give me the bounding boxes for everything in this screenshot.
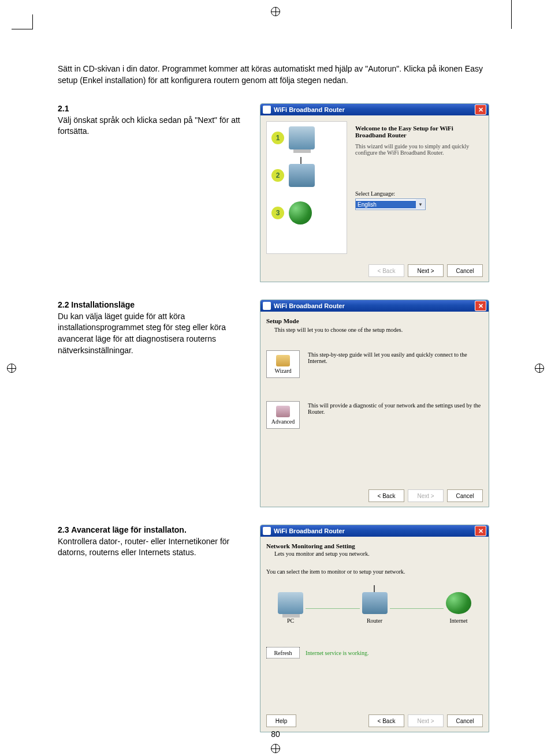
router-icon xyxy=(289,164,315,187)
advanced-label: Advanced xyxy=(271,418,295,425)
language-value: English xyxy=(356,201,416,208)
back-button-2[interactable]: < Back xyxy=(368,489,404,502)
network-monitor-heading: Network Monitoring and Setting xyxy=(266,542,483,549)
router-item[interactable]: Router xyxy=(362,592,388,624)
app-icon xyxy=(263,527,271,535)
window-title-1: WiFi Broadband Router xyxy=(274,106,475,113)
cancel-button-3[interactable]: Cancel xyxy=(447,714,483,727)
language-label: Select Language: xyxy=(355,190,475,197)
internet-item[interactable]: Internet xyxy=(446,592,471,624)
wizard-label: Wizard xyxy=(274,368,291,374)
language-select[interactable]: English ▼ xyxy=(355,199,426,210)
titlebar-1: WiFi Broadband Router ✕ xyxy=(260,104,489,115)
titlebar-3: WiFi Broadband Router ✕ xyxy=(260,525,489,537)
window-title-2: WiFi Broadband Router xyxy=(274,302,475,309)
setup-mode-heading: Setup Mode xyxy=(266,317,299,324)
connection-line-1 xyxy=(306,608,360,609)
wizard-mode-button[interactable]: Wizard xyxy=(266,350,300,378)
pc-icon xyxy=(278,592,303,614)
section-text-1: Välj önskat språk och klicka sedan på "N… xyxy=(58,115,240,136)
chevron-down-icon: ▼ xyxy=(416,200,425,209)
pc-label: PC xyxy=(287,617,294,624)
titlebar-2: WiFi Broadband Router ✕ xyxy=(260,300,489,312)
close-button-1[interactable]: ✕ xyxy=(475,104,486,115)
next-button-2: Next > xyxy=(408,489,444,502)
router-icon xyxy=(362,592,388,614)
section-text-2: Du kan välja läget guide för att köra in… xyxy=(58,312,226,355)
section-title-2: Installationsläge xyxy=(71,300,135,309)
wizard-icon xyxy=(276,355,290,366)
section-number-2: 2.2 xyxy=(58,300,69,309)
status-text: Internet service is working. xyxy=(306,650,368,656)
app-icon xyxy=(263,302,271,310)
next-button-1[interactable]: Next > xyxy=(408,264,444,277)
back-button-1: < Back xyxy=(368,264,404,277)
back-button-3[interactable]: < Back xyxy=(368,714,404,727)
wizard-steps-panel: 1 2 3 xyxy=(266,121,347,254)
registration-mark-left xyxy=(7,364,16,373)
section-text-3: Kontrollera dator-, router- eller Intern… xyxy=(58,537,229,557)
window-2: WiFi Broadband Router ✕ Setup Mode This … xyxy=(260,300,489,507)
page-number: 80 xyxy=(0,729,551,739)
section-title-3: Avancerat läge för installaton. xyxy=(71,525,186,534)
network-monitor-msg: You can select the item to monitor or to… xyxy=(266,568,483,575)
help-button[interactable]: Help xyxy=(266,714,296,727)
cancel-button-1[interactable]: Cancel xyxy=(447,264,483,277)
wizard-welcome-desc: This wizard will guide you to simply and… xyxy=(355,143,475,156)
advanced-desc: This will provide a diagnostic of your n… xyxy=(308,401,483,429)
connection-line-2 xyxy=(390,608,444,609)
step-1-badge: 1 xyxy=(271,132,284,144)
intro-paragraph: Sätt in CD-skivan i din dator. Programme… xyxy=(58,63,491,86)
window-3: WiFi Broadband Router ✕ Network Monitori… xyxy=(260,525,489,732)
section-number-1: 2.1 xyxy=(58,104,69,113)
advanced-mode-button[interactable]: Advanced xyxy=(266,401,300,429)
next-button-3: Next > xyxy=(408,714,444,727)
registration-mark-top xyxy=(271,7,280,16)
globe-icon xyxy=(289,201,312,224)
step-3-badge: 3 xyxy=(271,207,284,219)
registration-mark-right xyxy=(535,364,544,373)
refresh-button[interactable]: Refresh xyxy=(266,647,300,658)
setup-mode-sub: This step will let you to choose one of … xyxy=(274,327,483,333)
window-1: WiFi Broadband Router ✕ 1 2 3 Welcome to… xyxy=(260,103,489,282)
wizard-welcome-title: Welcome to the Easy Setup for WiFi Broad… xyxy=(355,125,475,139)
network-monitor-sub: Lets you monitor and setup you network. xyxy=(274,551,483,557)
cancel-button-2[interactable]: Cancel xyxy=(447,489,483,502)
close-button-2[interactable]: ✕ xyxy=(475,301,486,311)
close-button-3[interactable]: ✕ xyxy=(475,526,486,536)
crop-mark-tr xyxy=(511,0,512,29)
pc-item[interactable]: PC xyxy=(278,592,303,624)
pc-icon xyxy=(289,126,315,149)
app-icon xyxy=(263,106,271,114)
section-number-3: 2.3 xyxy=(58,525,69,534)
internet-label: Internet xyxy=(449,617,467,624)
advanced-icon xyxy=(276,406,290,417)
wizard-desc: This step-by-step guide will let you eas… xyxy=(308,350,483,378)
router-label: Router xyxy=(367,617,382,624)
step-2-badge: 2 xyxy=(271,169,284,182)
window-title-3: WiFi Broadband Router xyxy=(274,527,475,534)
crop-mark-tl xyxy=(12,14,33,29)
globe-icon xyxy=(446,592,471,614)
